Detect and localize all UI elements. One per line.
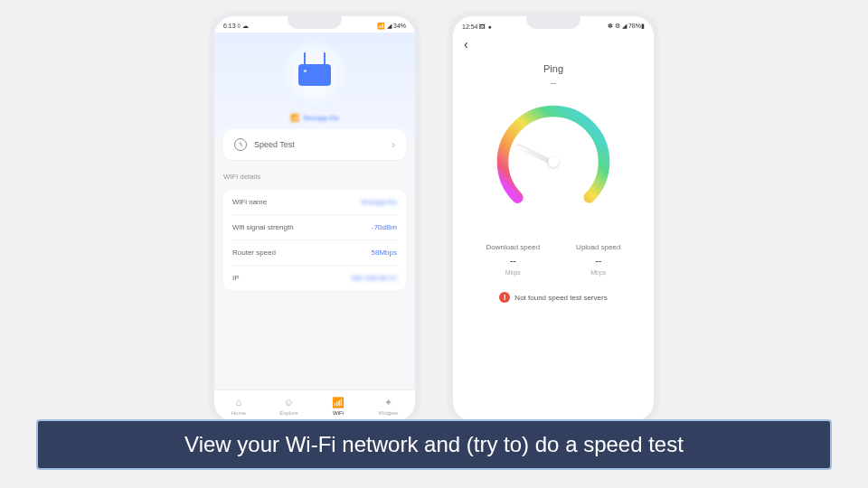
nav-wifi[interactable]: 📶 WiFi bbox=[332, 396, 344, 416]
phone-speed-test-view: 12:54 🖾 ● ✽ ⚙ ◢ 78%▮ ‹ Ping -- bbox=[448, 11, 659, 427]
phone-notch bbox=[526, 11, 580, 29]
status-right: 📶 ◢ 34% bbox=[377, 23, 406, 30]
speed-test-button[interactable]: Speed Test › bbox=[223, 129, 406, 160]
speed-readouts: Download speed -- Mbps Upload speed -- M… bbox=[486, 243, 621, 276]
speed-test-label: Speed Test bbox=[254, 140, 295, 149]
phone-wifi-view: 6:13 ◊ ☁ 📶 ◢ 34% 📶 Snoopy-Do Speed Test … bbox=[209, 11, 420, 427]
error-icon: ! bbox=[499, 292, 510, 303]
router-illustration bbox=[281, 42, 348, 108]
wifi-hero: 📶 Snoopy-Do bbox=[214, 33, 415, 138]
detail-row-router-speed[interactable]: Router speed 58Mbps bbox=[232, 240, 397, 266]
upload-unit: Mbps bbox=[590, 269, 606, 276]
back-button[interactable]: ‹ bbox=[464, 37, 468, 52]
error-message: ! Not found speed test servers bbox=[499, 292, 607, 303]
detail-label: Wifi signal strength bbox=[232, 223, 294, 231]
caption-bar: View your Wi-Fi network and (try to) do … bbox=[36, 419, 832, 470]
widgets-icon: ✦ bbox=[382, 396, 394, 408]
upload-label: Upload speed bbox=[576, 243, 620, 251]
gauge-icon bbox=[234, 138, 247, 151]
chevron-right-icon: › bbox=[392, 138, 395, 151]
ping-title: Ping bbox=[543, 63, 563, 74]
wifi-icon: 📶 bbox=[290, 114, 299, 122]
nav-explore[interactable]: ☺ Explore bbox=[279, 396, 297, 416]
detail-value: 192.168.00.17 bbox=[351, 274, 397, 282]
status-right: ✽ ⚙ ◢ 78%▮ bbox=[608, 23, 645, 30]
detail-label: Router speed bbox=[232, 249, 276, 257]
wifi-icon: 📶 bbox=[332, 396, 344, 408]
speed-gauge bbox=[490, 99, 617, 225]
wifi-details-card: WiFi name Snoopy-Do Wifi signal strength… bbox=[223, 190, 406, 290]
nav-label: Home bbox=[231, 410, 246, 416]
detail-row-ip[interactable]: IP 192.168.00.17 bbox=[232, 266, 397, 290]
detail-label: WiFi name bbox=[232, 198, 267, 206]
explore-icon: ☺ bbox=[282, 396, 295, 408]
nav-label: WiFi bbox=[333, 410, 344, 416]
detail-value: Snoopy-Do bbox=[361, 198, 397, 206]
status-left: 6:13 ◊ ☁ bbox=[223, 23, 249, 30]
upload-value: -- bbox=[595, 255, 601, 266]
download-value: -- bbox=[510, 255, 516, 266]
detail-row-wifi-name[interactable]: WiFi name Snoopy-Do bbox=[232, 190, 397, 215]
ping-value: -- bbox=[551, 78, 557, 88]
wifi-ssid-text: Snoopy-Do bbox=[303, 114, 339, 122]
nav-label: Explore bbox=[279, 410, 297, 416]
download-speed-block: Download speed -- Mbps bbox=[486, 243, 541, 276]
nav-label: Widgets bbox=[379, 410, 399, 416]
nav-widgets[interactable]: ✦ Widgets bbox=[379, 396, 399, 416]
error-text: Not found speed test servers bbox=[514, 294, 607, 302]
home-icon: ⌂ bbox=[232, 396, 245, 408]
wifi-ssid-row: 📶 Snoopy-Do bbox=[290, 114, 339, 122]
bottom-nav: ⌂ Home ☺ Explore 📶 WiFi ✦ Widgets bbox=[214, 389, 415, 421]
detail-row-signal[interactable]: Wifi signal strength -70dBm bbox=[232, 215, 397, 240]
phone-notch bbox=[288, 11, 342, 29]
router-icon bbox=[298, 64, 331, 86]
detail-label: IP bbox=[232, 274, 240, 282]
nav-home[interactable]: ⌂ Home bbox=[231, 396, 246, 416]
download-unit: Mbps bbox=[505, 269, 521, 276]
gauge-hub bbox=[548, 156, 559, 167]
detail-value: -70dBm bbox=[372, 223, 397, 231]
status-left: 12:54 🖾 ● bbox=[462, 23, 492, 30]
download-label: Download speed bbox=[486, 243, 541, 251]
wifi-details-title: WiFi details bbox=[223, 173, 406, 181]
upload-speed-block: Upload speed -- Mbps bbox=[576, 243, 620, 276]
detail-value: 58Mbps bbox=[372, 249, 397, 257]
